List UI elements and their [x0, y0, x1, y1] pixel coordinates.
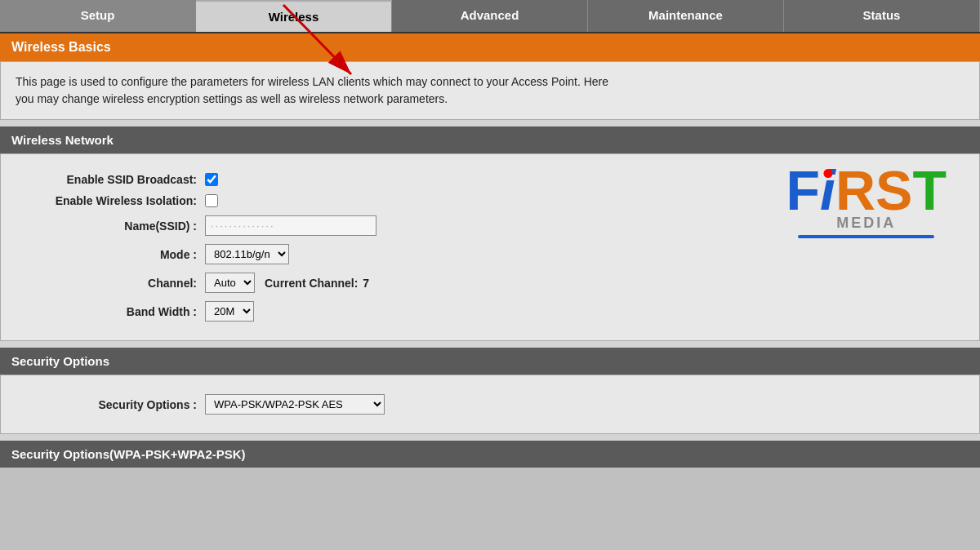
logo-letter-i: i [820, 162, 835, 218]
security-wpa-header: Security Options(WPA-PSK+WPA2-PSK) [0, 441, 980, 468]
logo-letter-S: S [875, 162, 912, 218]
mode-label: Mode : [17, 248, 197, 261]
wireless-network-form: F i R S T MEDIA Enable SSID Broadcast: [0, 153, 980, 341]
ssid-broadcast-checkbox[interactable] [205, 173, 218, 186]
security-options-header: Security Options [0, 348, 980, 375]
tab-status[interactable]: Status [784, 0, 980, 32]
current-channel-value: 7 [363, 277, 369, 290]
logo-letter-F: F [786, 162, 821, 218]
security-options-form: Security Options : WPA-PSK/WPA2-PSK AES … [0, 375, 980, 434]
logo-media-text: MEDIA [836, 215, 896, 232]
logo-letter-T: T [912, 162, 947, 218]
wireless-isolation-label: Enable Wireless Isolation: [17, 194, 197, 207]
first-media-logo: F i R S T MEDIA [786, 162, 947, 238]
logo-letter-R: R [835, 162, 875, 218]
current-channel-label: Current Channel: [265, 277, 358, 290]
channel-select[interactable]: Auto 123 456 789 1011 [205, 273, 255, 293]
bandwidth-label: Band Width : [17, 305, 197, 318]
tab-wireless[interactable]: Wireless [196, 0, 392, 32]
wireless-network-header: Wireless Network [0, 126, 980, 153]
nav-tabs: Setup Wireless Advanced Maintenance Stat… [0, 0, 980, 33]
wireless-isolation-checkbox[interactable] [205, 194, 218, 207]
ssid-name-input[interactable] [205, 215, 376, 236]
logo-underline [798, 235, 934, 238]
ssid-name-label: Name(SSID) : [17, 220, 197, 233]
wireless-basics-description: This page is used to configure the param… [0, 61, 980, 120]
security-options-row: Security Options : WPA-PSK/WPA2-PSK AES … [1, 390, 979, 419]
bandwidth-row: Band Width : 20M 40M [1, 297, 979, 326]
tab-maintenance[interactable]: Maintenance [588, 0, 784, 32]
security-options-label: Security Options : [17, 398, 197, 411]
tab-advanced[interactable]: Advanced [392, 0, 588, 32]
channel-label: Channel: [17, 277, 197, 290]
security-options-select[interactable]: WPA-PSK/WPA2-PSK AES WPA-PSK AES WPA2-PS… [205, 394, 385, 415]
channel-row: Channel: Auto 123 456 789 1011 Current C… [1, 268, 979, 297]
ssid-broadcast-label: Enable SSID Broadcast: [17, 173, 197, 186]
mode-select[interactable]: 802.11b/g/n 802.11b/g 802.11n [205, 244, 289, 264]
bandwidth-select[interactable]: 20M 40M [205, 301, 254, 322]
tab-setup[interactable]: Setup [0, 0, 196, 32]
mode-row: Mode : 802.11b/g/n 802.11b/g 802.11n [1, 240, 979, 268]
wireless-basics-header: Wireless Basics [0, 33, 980, 61]
